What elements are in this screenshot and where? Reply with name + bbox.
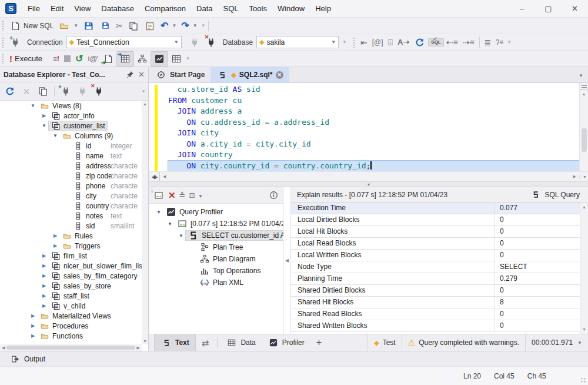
explorer-vertical-scrollbar[interactable]: ▲▼ bbox=[142, 101, 148, 344]
code-line[interactable]: FROM customer cu bbox=[168, 95, 579, 107]
info-icon[interactable] bbox=[268, 190, 279, 201]
expand-arrow[interactable]: ▶ bbox=[28, 333, 38, 338]
tree-item-actor-info[interactable]: ▶actor_info bbox=[0, 111, 142, 121]
layout-button[interactable] bbox=[134, 52, 151, 66]
tree-item-query-profiler[interactable]: ▼Query Profiler bbox=[149, 206, 283, 218]
explain-row-shared-read-blocks[interactable]: Shared Read Blocks0 bbox=[291, 308, 580, 320]
sql-syntax-check-button[interactable]: ✓SQL bbox=[428, 38, 443, 47]
tree-item-triggers[interactable]: ▶Triggers bbox=[0, 241, 142, 251]
expand-arrow[interactable]: ▶ bbox=[39, 303, 49, 308]
horizontal-splitter[interactable]: ▼ bbox=[149, 181, 588, 187]
rename-button[interactable]: ⍗ bbox=[386, 37, 395, 48]
tree-item-city[interactable]: citycharacte bbox=[0, 191, 142, 201]
menu-item-view[interactable]: View bbox=[69, 2, 96, 15]
resize-grip[interactable] bbox=[580, 377, 586, 383]
expand-arrow[interactable]: ▶ bbox=[39, 283, 49, 288]
tree-item-v-child[interactable]: ▶v_child bbox=[0, 301, 142, 311]
tree-item-sales-by-store[interactable]: ▶sales_by_store bbox=[0, 281, 142, 291]
minimize-button[interactable]: – bbox=[509, 0, 535, 17]
editor-vertical-scrollbar[interactable]: ▲ bbox=[579, 83, 588, 171]
toolbar-grip[interactable] bbox=[2, 54, 4, 64]
tab-profiler[interactable]: Profiler bbox=[262, 334, 310, 351]
tree-item-staff-list[interactable]: ▶staff_list bbox=[0, 291, 142, 301]
collapse-arrow[interactable]: ▼ bbox=[154, 210, 163, 215]
elapsed-time-chip[interactable]: 00:00:01.971 ▼ bbox=[525, 334, 588, 351]
database-combobox[interactable]: ◆ sakila ▼ bbox=[256, 36, 339, 48]
explorer-new-connection-icon[interactable]: + bbox=[58, 85, 74, 97]
code-line[interactable]: JOIN country bbox=[168, 150, 579, 161]
code-line[interactable]: cu.store_id AS sid bbox=[168, 84, 579, 95]
profiler-toggle-button[interactable] bbox=[151, 51, 168, 67]
explain-row-shared-written-blocks[interactable]: Shared Written Blocks0 bbox=[291, 320, 580, 332]
undo-dropdown-arrow[interactable]: ▼ bbox=[172, 23, 176, 28]
tree-item-notes[interactable]: notestext bbox=[0, 211, 142, 221]
disconnect-button[interactable]: ✕ bbox=[203, 35, 219, 49]
explorer-refresh-icon[interactable] bbox=[2, 85, 18, 97]
editor-split-handle[interactable] bbox=[580, 83, 588, 90]
tabstrip-dropdown-arrow[interactable]: ▼ bbox=[579, 73, 583, 78]
connection-combobox[interactable]: ◆ Test_Connection ▼ bbox=[66, 36, 182, 48]
code-line[interactable]: ON a.city_id = city.city_id bbox=[168, 139, 579, 150]
explorer-close-icon[interactable]: ✕ bbox=[138, 71, 145, 78]
autocomplete-button[interactable]: A➝ bbox=[395, 37, 412, 47]
menu-item-data[interactable]: Data bbox=[191, 2, 218, 15]
expand-arrow[interactable]: ▶ bbox=[39, 293, 49, 298]
insert-snippet-button[interactable]: ⇤ bbox=[358, 37, 370, 48]
tree-item-materialized-views[interactable]: ▶Materialized Views bbox=[0, 311, 142, 321]
toolbar-overflow-arrow[interactable]: ▼ bbox=[201, 23, 206, 28]
code-line[interactable]: JOIN address a bbox=[168, 106, 579, 117]
results-to-grid-button[interactable]: ➜ bbox=[116, 51, 134, 67]
new-sql-button[interactable]: New SQL bbox=[7, 19, 56, 33]
tab-data[interactable]: Data bbox=[220, 334, 261, 351]
menu-item-help[interactable]: Help bbox=[310, 2, 336, 15]
new-connection-button[interactable]: + bbox=[7, 35, 24, 49]
tree-item-plan-xml[interactable]: Plan XML bbox=[149, 277, 283, 288]
explain-row-shared-hit-blocks[interactable]: Shared Hit Blocks8 bbox=[291, 297, 580, 308]
swap-layout-button[interactable]: ⇄ bbox=[196, 334, 215, 351]
menu-item-edit[interactable]: Edit bbox=[45, 2, 69, 15]
collapse-arrow[interactable]: ▼ bbox=[165, 221, 175, 227]
tree-item-0-077-s-12-18-52-pm-01-04-23[interactable]: ▼[0.077 s] 12:18:52 PM 01/04/23 bbox=[149, 218, 283, 230]
tree-item-select-cu-customer-id-as-i[interactable]: ▼SELECT cu.customer_id AS i... bbox=[149, 230, 283, 241]
tree-item-phone[interactable]: phonecharacte bbox=[0, 181, 142, 191]
save-button[interactable] bbox=[81, 19, 97, 33]
tree-item-customer-list[interactable]: ▼customer_list bbox=[0, 121, 142, 131]
menu-item-database[interactable]: Database bbox=[96, 2, 139, 15]
increase-indent-button[interactable]: ⇢≡ bbox=[460, 37, 477, 48]
editor-hsplit-handle[interactable]: ◂▮▸ bbox=[149, 172, 160, 181]
code-area[interactable]: cu.store_id AS sidFROM customer cu JOIN … bbox=[168, 84, 579, 171]
explain-row-local-written-blocks[interactable]: Local Written Blocks0 bbox=[291, 250, 580, 261]
menu-item-tools[interactable]: Tools bbox=[244, 2, 272, 15]
expand-arrow[interactable]: ▶ bbox=[39, 263, 49, 268]
connection-dropdown-arrow[interactable]: ▼ bbox=[174, 39, 179, 45]
explorer-duplicate-icon[interactable] bbox=[35, 85, 51, 97]
save-profiling-result-icon[interactable]: ↓ bbox=[153, 190, 165, 201]
tree-item-plan-diagram[interactable]: Plan Diagram bbox=[149, 253, 283, 265]
execute-overflow-arrow[interactable]: ▼ bbox=[186, 56, 191, 61]
profiler-options-button[interactable]: ⊡ ▼ bbox=[189, 191, 202, 200]
output-tab[interactable]: Output bbox=[6, 351, 49, 366]
expand-arrow[interactable]: ▶ bbox=[39, 113, 49, 118]
menu-item-sql[interactable]: SQL bbox=[218, 2, 244, 15]
tree-item-name[interactable]: nametext bbox=[0, 151, 142, 161]
profiler-options-arrow[interactable]: ▼ bbox=[198, 194, 203, 199]
email-results-button[interactable]: i@҆ bbox=[85, 54, 99, 64]
tree-item-plan-tree[interactable]: Plan Tree bbox=[149, 241, 283, 253]
tree-item-country[interactable]: countrycharacte bbox=[0, 201, 142, 211]
menu-item-comparison[interactable]: Comparison bbox=[139, 2, 191, 15]
expand-arrow[interactable]: ▶ bbox=[39, 253, 49, 258]
toolbar-grip[interactable] bbox=[2, 37, 4, 48]
explain-row-local-hit-blocks[interactable]: Local Hit Blocks0 bbox=[291, 226, 580, 238]
open-dropdown-arrow[interactable]: ▼ bbox=[74, 23, 78, 28]
save-all-button[interactable] bbox=[97, 19, 113, 33]
expand-arrow[interactable]: ▶ bbox=[28, 323, 38, 328]
explain-row-execution-time[interactable]: Execution Time0.077 bbox=[291, 203, 580, 214]
menu-item-file[interactable]: File bbox=[22, 2, 45, 15]
menu-item-window[interactable]: Window bbox=[272, 2, 310, 15]
elapsed-dropdown-arrow[interactable]: ▼ bbox=[577, 340, 582, 346]
explorer-disconnect-icon[interactable]: ✕ bbox=[91, 85, 106, 97]
tree-item-nicer-but-slower-film-list[interactable]: ▶nicer_but_slower_film_list bbox=[0, 261, 142, 271]
format-document-button[interactable]: ≣ bbox=[482, 37, 494, 48]
tree-item-functions[interactable]: ▶Functions bbox=[0, 331, 142, 341]
tree-item-address[interactable]: addresscharacte bbox=[0, 161, 142, 171]
